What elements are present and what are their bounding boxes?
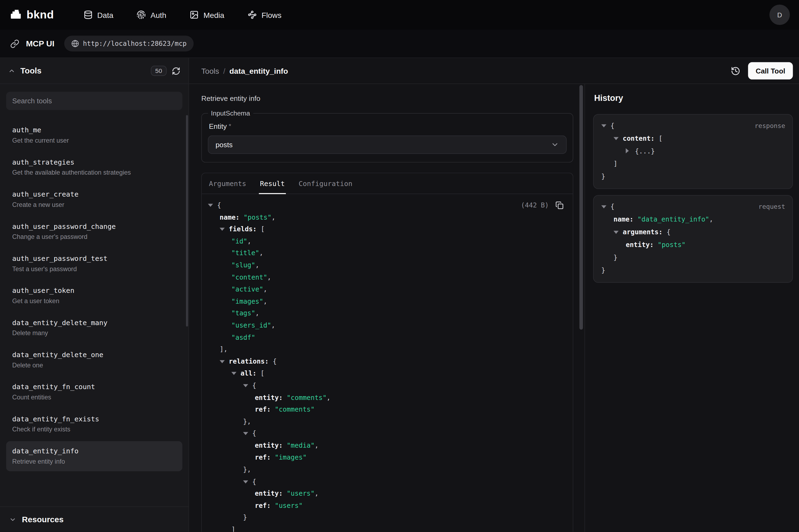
fingerprint-icon: [137, 10, 146, 20]
json-line: "slug",: [208, 259, 570, 271]
result-card: Arguments Result Configuration (442 B): [201, 173, 573, 532]
database-icon: [83, 10, 93, 20]
workflow-icon: [248, 10, 257, 20]
tool-item-auth_user_password_test[interactable]: auth_user_password_testTest a user's pas…: [6, 249, 183, 279]
refresh-tools-button[interactable]: [172, 66, 180, 75]
caret-down-icon[interactable]: [243, 380, 252, 392]
globe-icon: [71, 40, 79, 48]
tool-item-data_entity_delete_many[interactable]: data_entity_delete_manyDelete many: [6, 313, 183, 343]
nav-item-flows[interactable]: Flows: [248, 10, 281, 20]
caret-down-icon[interactable]: [220, 223, 229, 235]
mcp-url-pill[interactable]: http://localhost:28623/mcp: [64, 36, 194, 52]
mcp-bar: MCP UI http://localhost:28623/mcp: [0, 30, 799, 58]
json-line: "title",: [208, 247, 570, 259]
json-line: {...}: [601, 145, 785, 157]
tool-item-data_entity_delete_one[interactable]: data_entity_delete_oneDelete one: [6, 345, 183, 375]
tool-description: Change a user's password: [12, 233, 176, 241]
tool-description: Count entities: [12, 394, 176, 401]
tool-description: Get the current user: [12, 137, 176, 144]
tools-list: auth_meGet the current userauth_strategi…: [6, 110, 183, 473]
tool-name: data_entity_fn_count: [12, 383, 176, 391]
payload-direction-tag: request: [758, 200, 785, 213]
sidebar-scrollbar[interactable]: [186, 115, 188, 327]
json-line: "users_id",: [208, 319, 570, 331]
json-line: "images",: [208, 295, 570, 307]
caret-down-icon[interactable]: [601, 119, 610, 132]
tool-name: data_entity_delete_one: [12, 350, 176, 359]
tool-description: Delete one: [12, 362, 176, 369]
json-line: },: [208, 416, 570, 428]
tool-name: auth_user_create: [12, 190, 176, 198]
main-scrollbar[interactable]: [579, 85, 583, 330]
tool-item-auth_user_password_change[interactable]: auth_user_password_changeChange a user's…: [6, 217, 183, 247]
request-json-tree: {requestname: "data_entity_info",argumen…: [601, 200, 785, 277]
tool-item-auth_user_token[interactable]: auth_user_tokenGet a user token: [6, 281, 183, 311]
tool-item-auth_strategies[interactable]: auth_strategiesGet the available authent…: [6, 152, 183, 183]
tool-description: Create a new user: [12, 201, 176, 208]
resources-section-header[interactable]: Resources: [0, 507, 189, 532]
tool-description: Retrieve entity info: [201, 94, 573, 102]
caret-down-icon[interactable]: [601, 200, 610, 213]
json-line: "id",: [208, 235, 570, 247]
payload-direction-tag: response: [755, 119, 785, 132]
caret-down-icon[interactable]: [208, 199, 217, 211]
json-line: },: [208, 464, 570, 476]
tool-name: auth_me: [12, 126, 176, 134]
call-tool-button[interactable]: Call Tool: [748, 62, 793, 79]
caret-down-icon[interactable]: [243, 476, 252, 488]
tool-item-auth_user_create[interactable]: auth_user_createCreate a new user: [6, 184, 183, 214]
caret-down-icon[interactable]: [231, 367, 241, 379]
nav-item-media[interactable]: Media: [190, 10, 224, 20]
nav-item-label: Flows: [262, 11, 282, 19]
tab-configuration[interactable]: Configuration: [298, 173, 354, 194]
breadcrumb-root[interactable]: Tools: [201, 66, 219, 75]
json-line: entity: "users",: [208, 488, 570, 500]
refresh-icon: [172, 66, 180, 75]
tool-header: Tools / data_entity_info Call Tool: [189, 58, 799, 84]
json-line: "content",: [208, 271, 570, 283]
entity-select[interactable]: posts: [208, 136, 567, 154]
tool-item-data_entity_info[interactable]: data_entity_infoRetrieve entity info: [6, 441, 183, 471]
caret-right-icon[interactable]: [626, 145, 635, 157]
history-panel: History {responsecontent: [{...}]} {requ…: [585, 84, 799, 532]
mcp-title: MCP UI: [26, 39, 55, 48]
json-line: name: "data_entity_info",: [601, 213, 785, 226]
caret-down-icon[interactable]: [613, 226, 623, 238]
json-line: ]: [208, 524, 570, 532]
input-schema-fieldset: InputSchema Entity* posts: [201, 110, 573, 163]
breadcrumb-current: data_entity_info: [229, 66, 288, 75]
tool-item-data_entity_fn_count[interactable]: data_entity_fn_countCount entities: [6, 377, 183, 407]
history-button[interactable]: [731, 66, 740, 76]
json-line: {: [208, 428, 570, 439]
tab-result[interactable]: Result: [259, 173, 286, 194]
tool-item-data_entity_fn_exists[interactable]: data_entity_fn_existsCheck if entity exi…: [6, 409, 183, 439]
brand[interactable]: bknd: [9, 8, 54, 21]
image-icon: [190, 10, 199, 20]
search-tools-input[interactable]: [6, 92, 183, 110]
top-nav: bknd Data Auth Media: [0, 0, 799, 30]
nav-item-data[interactable]: Data: [83, 10, 113, 20]
user-avatar[interactable]: D: [769, 5, 790, 25]
history-request-card[interactable]: {requestname: "data_entity_info",argumen…: [593, 195, 793, 283]
tools-section-header[interactable]: Tools 50: [0, 58, 189, 84]
json-line: {: [208, 476, 570, 488]
tool-name: data_entity_info: [12, 447, 176, 455]
history-response-card[interactable]: {responsecontent: [{...}]}: [593, 114, 793, 189]
tabs: Arguments Result Configuration: [202, 173, 573, 194]
json-line: ]: [601, 157, 785, 170]
caret-down-icon[interactable]: [243, 428, 252, 439]
json-line: }: [601, 251, 785, 264]
tab-arguments[interactable]: Arguments: [208, 173, 247, 194]
json-line: entity: "media",: [208, 439, 570, 452]
history-title: History: [594, 93, 793, 103]
caret-down-icon[interactable]: [613, 132, 623, 145]
tool-item-auth_me[interactable]: auth_meGet the current user: [6, 120, 183, 150]
nav-item-label: Auth: [151, 11, 166, 19]
header-actions: Call Tool: [731, 62, 793, 79]
resources-section-title: Resources: [22, 515, 64, 524]
caret-down-icon[interactable]: [220, 356, 229, 367]
tool-description: Delete many: [12, 330, 176, 337]
json-line: arguments: {: [601, 226, 785, 238]
input-schema-legend: InputSchema: [208, 110, 253, 117]
nav-item-auth[interactable]: Auth: [137, 10, 166, 20]
